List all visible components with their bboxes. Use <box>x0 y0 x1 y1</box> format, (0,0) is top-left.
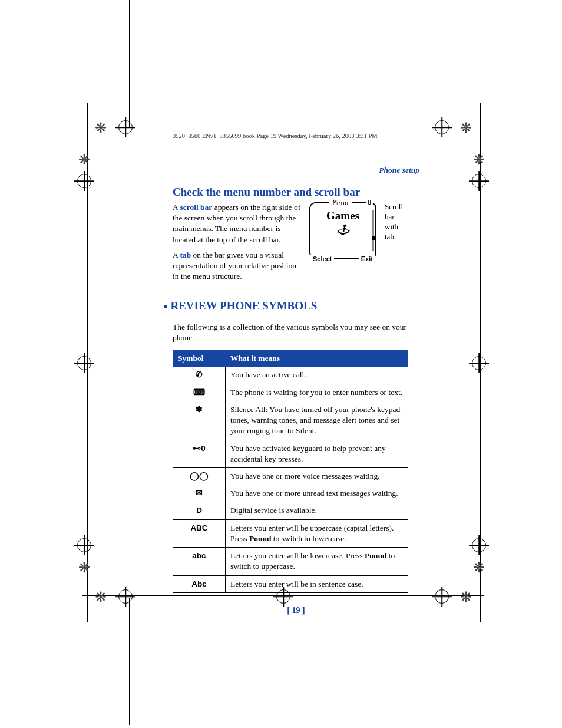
section-label: Phone setup <box>173 166 419 175</box>
caption-text: Scroll <box>385 202 411 212</box>
registration-rosette-icon: ❋ <box>77 152 92 167</box>
silence-all-icon: ✽ <box>173 401 226 440</box>
registration-cross-icon <box>434 120 449 136</box>
col-header-meaning: What it means <box>226 351 408 367</box>
input-wait-icon: ⌨ <box>173 384 226 401</box>
phone-scrollbar-track <box>372 210 374 251</box>
text: A <box>173 251 180 259</box>
keyguard-icon: ⊷0 <box>173 440 226 467</box>
caption-text: bar <box>385 212 411 222</box>
meaning-text: You have one or more voice messages wait… <box>226 468 408 485</box>
active-call-icon: ✆ <box>173 367 226 384</box>
meaning-text: Silence All: You have turned off your ph… <box>226 401 408 440</box>
registration-rosette-icon: ❋ <box>471 560 487 575</box>
table-row: ✉ You have one or more unread text messa… <box>173 485 408 502</box>
registration-cross-icon <box>471 538 487 554</box>
digital-service-icon: D <box>173 502 226 519</box>
softkey-select: Select <box>310 255 334 262</box>
table-row: abc Letters you enter will be lowercase.… <box>173 548 408 575</box>
phone-screen-figure: Menu 8 Games 🕹 Select Exit <box>309 202 376 259</box>
table-row: ⌨ The phone is waiting for you to enter … <box>173 384 408 401</box>
term-pound: Pound <box>365 551 387 560</box>
paragraph-tab: A tab on the bar gives you a visual repr… <box>173 250 301 282</box>
games-icon: 🕹 <box>310 223 375 237</box>
crop-mark <box>82 131 484 131</box>
table-row: Abc Letters you enter will be in sentenc… <box>173 575 408 592</box>
registration-cross-icon <box>77 174 92 189</box>
figure-caption: Scroll bar with tab <box>385 202 411 287</box>
crop-mark <box>439 0 439 127</box>
symbols-table: Symbol What it means ✆ You have an activ… <box>173 350 408 592</box>
meaning-text: You have activated keyguard to help prev… <box>226 440 408 467</box>
col-header-symbol: Symbol <box>173 351 226 367</box>
text: Letters you enter will be lowercase. Pre… <box>230 551 365 560</box>
subheading-scrollbar: Check the menu number and scroll bar <box>173 186 419 199</box>
softkey-exit: Exit <box>359 255 375 262</box>
term-tab: tab <box>180 251 191 259</box>
registration-rosette-icon: ❋ <box>77 560 92 575</box>
phone-menu-label: Menu <box>329 199 352 207</box>
registration-cross-icon <box>434 589 449 605</box>
meaning-text: Letters you enter will be uppercase (cap… <box>226 519 408 547</box>
registration-rosette-icon: ❋ <box>93 589 108 605</box>
text: A <box>173 203 180 212</box>
phone-softkeys: Select Exit <box>310 255 375 262</box>
caption-text: with <box>385 222 411 232</box>
book-header-line: 3520_3560.ENv1_9355099.book Page 19 Wedn… <box>173 133 419 139</box>
registration-cross-icon <box>118 589 133 605</box>
callout-arrow-icon <box>375 238 385 238</box>
caption-text: tab <box>385 232 411 242</box>
registration-rosette-icon: ❋ <box>93 120 108 136</box>
registration-rosette-icon: ❋ <box>458 120 474 136</box>
table-row: ◯◯ You have one or more voice messages w… <box>173 468 408 485</box>
lowercase-icon: abc <box>173 548 226 575</box>
meaning-text: Letters you enter will be lowercase. Pre… <box>226 548 408 575</box>
bullet-icon: • <box>163 299 168 314</box>
registration-cross-icon <box>77 538 92 554</box>
page-number: [ 19 ] <box>173 606 419 615</box>
term-pound: Pound <box>249 534 272 543</box>
phone-menu-number: 8 <box>366 199 373 206</box>
meaning-text: The phone is waiting for you to enter nu… <box>226 384 408 401</box>
meaning-text: You have an active call. <box>226 367 408 384</box>
body-with-figure: A scroll bar appears on the right side o… <box>173 202 419 287</box>
body-text-column: A scroll bar appears on the right side o… <box>173 202 301 287</box>
phone-screen-title: Games <box>310 209 375 222</box>
meaning-text: Letters you enter will be in sentence ca… <box>226 575 408 592</box>
intro-paragraph: The following is a collection of the var… <box>173 322 419 343</box>
meaning-text: Digital service is available. <box>226 502 408 519</box>
table-row: D Digital service is available. <box>173 502 408 519</box>
registration-cross-icon <box>471 174 487 189</box>
crop-mark <box>129 598 130 725</box>
heading-review-symbols: • REVIEW PHONE SYMBOLS <box>163 299 419 314</box>
uppercase-icon: ABC <box>173 519 226 547</box>
sentence-case-icon: Abc <box>173 575 226 592</box>
table-row: ⊷0 You have activated keyguard to help p… <box>173 440 408 467</box>
meaning-text: You have one or more unread text message… <box>226 485 408 502</box>
text: to switch to lowercase. <box>271 534 346 543</box>
crop-mark <box>129 0 130 127</box>
registration-rosette-icon: ❋ <box>458 589 474 605</box>
table-row: ✽ Silence All: You have turned off your … <box>173 401 408 440</box>
heading-text: REVIEW PHONE SYMBOLS <box>170 299 317 312</box>
text: on the bar gives you a visual representa… <box>173 251 296 281</box>
registration-cross-icon <box>118 120 133 136</box>
crop-mark <box>439 598 439 725</box>
term-scrollbar: scroll bar <box>180 203 212 212</box>
table-row: ✆ You have an active call. <box>173 367 408 384</box>
page-content: 3520_3560.ENv1_9355099.book Page 19 Wedn… <box>173 133 419 615</box>
registration-rosette-icon: ❋ <box>471 152 487 167</box>
paragraph-scrollbar: A scroll bar appears on the right side o… <box>173 202 301 245</box>
registration-cross-icon <box>77 356 92 371</box>
voicemail-icon: ◯◯ <box>173 468 226 485</box>
message-icon: ✉ <box>173 485 226 502</box>
table-row: ABC Letters you enter will be uppercase … <box>173 519 408 547</box>
phone-figure-wrap: Menu 8 Games 🕹 Select Exit <box>309 202 376 287</box>
registration-cross-icon <box>471 356 487 371</box>
